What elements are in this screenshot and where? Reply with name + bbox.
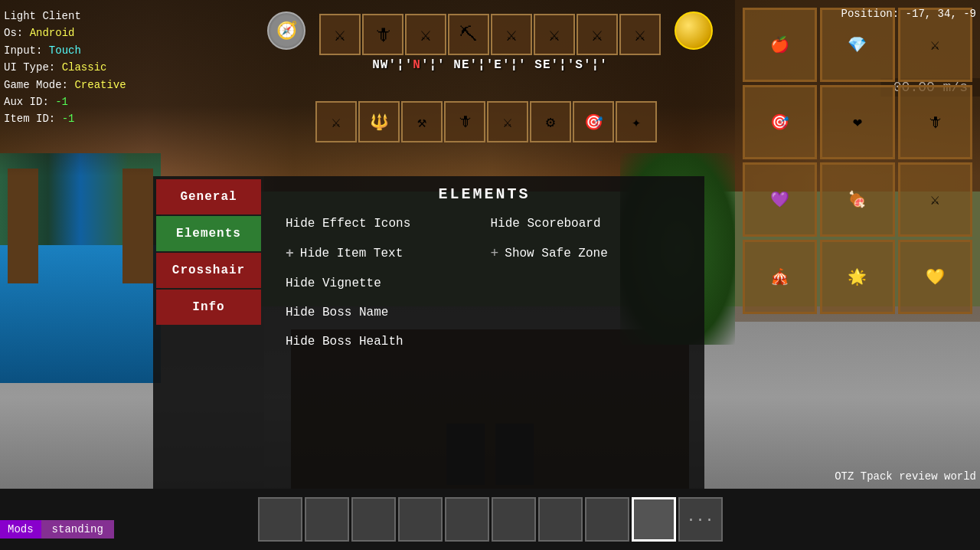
- hide-vignette-item[interactable]: Hide Vignette: [279, 269, 485, 298]
- item-frame-9: ⚔: [898, 162, 972, 237]
- mods-badge[interactable]: Mods: [0, 520, 41, 539]
- hotbar2-slot-2: 🔱: [358, 101, 400, 142]
- hotbar2-slot-3: ⚒: [401, 101, 443, 142]
- hotbar2-slot-5: ⚔: [487, 101, 528, 142]
- show-safe-zone-label: Show Safe Zone: [505, 247, 607, 260]
- general-button[interactable]: General: [156, 179, 261, 214]
- hotbar-slot-5: ⚔: [491, 14, 532, 55]
- panel-content: Hide Effect Icons + Hide Item Text Hide …: [264, 209, 704, 356]
- hide-boss-health-item[interactable]: Hide Boss Health: [279, 327, 485, 356]
- panel-title: ELEMENTS: [264, 176, 704, 209]
- hud-position: Position: -17, 34, -9: [841, 8, 976, 20]
- bottom-slot-dots[interactable]: ···: [678, 497, 723, 542]
- hotbar-slot-6: ⚔: [534, 14, 575, 55]
- main-panel: ELEMENTS Hide Effect Icons + Hide Item T…: [264, 176, 704, 489]
- sidebar: General Elements Crosshair Info: [153, 176, 264, 489]
- hud-item-label: Item ID:: [4, 113, 55, 125]
- hide-item-text-label: Hide Item Text: [300, 247, 403, 260]
- bottom-slot-1[interactable]: [258, 497, 302, 542]
- hud-input-label: Input:: [4, 44, 42, 57]
- item-frame-8: 🍖: [820, 162, 894, 237]
- bottom-right-info: OTZ Tpack review world: [835, 470, 976, 483]
- hotbar-slot-4: ⛏: [448, 14, 489, 55]
- item-frame-1: 🍎: [743, 8, 817, 82]
- item-frame-5: ❤: [820, 85, 894, 159]
- info-button[interactable]: Info: [156, 290, 261, 325]
- hotbar2-slot-6: ⚙: [530, 101, 571, 142]
- hud-gamemode-value: Creative: [74, 79, 126, 91]
- hud-aux-label: Aux ID:: [4, 96, 49, 108]
- bottom-slot-8[interactable]: [585, 497, 629, 542]
- bottom-slot-5[interactable]: [445, 497, 489, 542]
- hotbar-top: ⚔ 🗡 ⚔ ⛏ ⚔ ⚔ ⚔ ⚔: [319, 6, 661, 55]
- hide-boss-health-label: Hide Boss Health: [286, 335, 403, 349]
- hotbar-slot-1: ⚔: [319, 14, 361, 55]
- hud-uitype-value: Classic: [62, 61, 107, 74]
- standing-label: standing: [41, 520, 114, 539]
- hotbar2-slot-8: ✦: [616, 101, 657, 142]
- hotbar-slot-2: 🗡: [362, 14, 403, 55]
- hud-os: Os: Android: [4, 25, 126, 41]
- gold-orb: [675, 11, 713, 50]
- compass-n: N: [413, 58, 421, 72]
- hud-uitype: UI Type: Classic: [4, 59, 126, 76]
- hotbar-slot-8: ⚔: [619, 14, 661, 55]
- menu-overlay: General Elements Crosshair Info ELEMENTS…: [153, 176, 704, 489]
- hud-item-value: -1: [62, 113, 75, 125]
- bottom-left-info: Modsstanding: [0, 520, 114, 539]
- item-frame-4: 🎯: [743, 85, 817, 159]
- bottom-slot-7[interactable]: [538, 497, 583, 542]
- bottom-slot-2[interactable]: [305, 497, 349, 542]
- item-frame-7: 💜: [743, 162, 817, 237]
- hud-info: Light Client Os: Android Input: Touch UI…: [4, 8, 126, 128]
- hide-effect-icons-item[interactable]: Hide Effect Icons: [279, 209, 485, 238]
- hotbar2-slot-4: 🗡: [444, 101, 485, 142]
- hide-vignette-label: Hide Vignette: [286, 277, 381, 290]
- bottom-slot-9[interactable]: [632, 497, 676, 542]
- compass-icon: 🧭: [267, 11, 305, 50]
- hud-gamemode-label: Game Mode:: [4, 79, 68, 91]
- crosshair-button[interactable]: Crosshair: [156, 253, 261, 288]
- bottom-slot-3[interactable]: [351, 497, 396, 542]
- bottom-slots: ···: [15, 497, 965, 542]
- bottom-slot-6[interactable]: [492, 497, 536, 542]
- hide-scoreboard-item[interactable]: Hide Scoreboard: [485, 209, 690, 238]
- cross-icon-safe-zone: +: [491, 246, 499, 261]
- plus-icon-item-text: +: [286, 246, 294, 261]
- hud-aux-value: -1: [55, 96, 68, 108]
- hotbar-slot-3: ⚔: [405, 14, 446, 55]
- item-frame-12: 💛: [898, 240, 972, 314]
- hide-scoreboard-label: Hide Scoreboard: [491, 217, 601, 231]
- hud-uitype-label: UI Type:: [4, 61, 55, 74]
- item-frame-11: 🌟: [820, 240, 894, 314]
- hotbar2-slot-7: 🎯: [573, 101, 614, 142]
- item-frame-10: 🎪: [743, 240, 817, 314]
- hotbar-slot-7: ⚔: [577, 14, 618, 55]
- hud-title: Light Client: [4, 8, 126, 25]
- hud-item: Item ID: -1: [4, 110, 126, 127]
- hud-os-label: Os:: [4, 27, 23, 39]
- bottom-hotbar: ···: [0, 489, 980, 550]
- item-frame-6: 🗡: [898, 85, 972, 159]
- elements-button[interactable]: Elements: [156, 216, 261, 251]
- bottom-slot-4[interactable]: [398, 497, 443, 542]
- hotbar2-slot-1: ⚔: [315, 101, 357, 142]
- hide-boss-name-label: Hide Boss Name: [286, 306, 388, 319]
- hud-input-value: Touch: [49, 44, 81, 57]
- hide-effect-icons-label: Hide Effect Icons: [286, 217, 410, 231]
- hud-aux: Aux ID: -1: [4, 93, 126, 110]
- right-item-frames: 🍎 💎 ⚔ 🎯 ❤ 🗡 💜 🍖 ⚔ 🎪 🌟 💛: [735, 0, 980, 322]
- hud-input: Input: Touch: [4, 42, 126, 59]
- hud-gamemode: Game Mode: Creative: [4, 77, 126, 93]
- hide-boss-name-item[interactable]: Hide Boss Name: [279, 298, 485, 327]
- show-safe-zone-item[interactable]: + Show Safe Zone: [485, 238, 690, 269]
- hud-os-value: Android: [30, 27, 75, 39]
- left-scene: [0, 153, 161, 383]
- hide-item-text-item[interactable]: + Hide Item Text: [279, 238, 485, 269]
